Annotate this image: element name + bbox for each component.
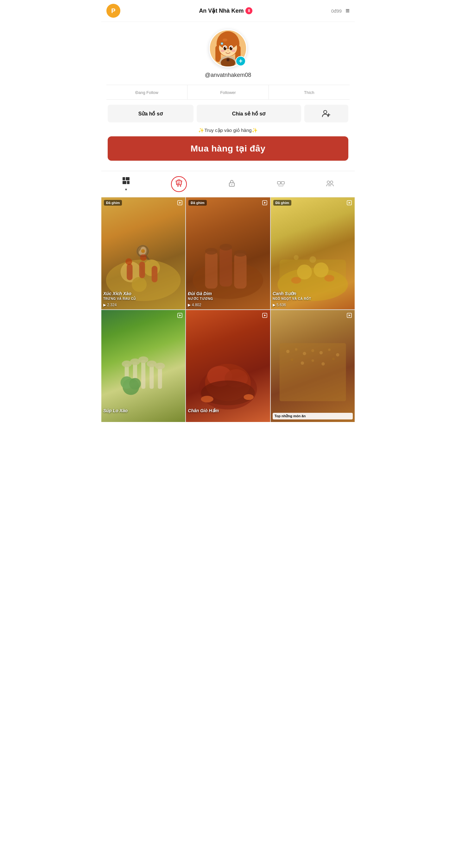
svg-rect-75 [149,364,153,389]
svg-rect-34 [277,182,281,184]
thumb-icon-4 [177,313,183,320]
svg-point-6 [223,39,227,41]
video-views-1: ▶ 2.324 [103,303,117,307]
username: @anvatnhakem08 [205,72,251,79]
svg-point-106 [311,359,314,362]
coins-display: 0đ99 [331,8,342,13]
likes-stat[interactable]: Thích [269,85,350,99]
thumb-icon-5 [262,313,267,320]
follow-button[interactable]: + [236,56,246,66]
promo-text: ✨Truy cập vào giỏ hàng✨ [108,127,348,133]
svg-point-92 [201,396,213,402]
menu-icon[interactable]: ≡ [345,7,350,15]
video-thumb-4[interactable]: Súp Lo Xào [101,310,185,422]
svg-point-97 [286,350,289,353]
tab-grid[interactable]: ▾ [117,175,135,194]
svg-point-15 [220,50,225,52]
header-actions: 0đ99 ≡ [331,7,350,15]
svg-point-8 [221,43,223,44]
shop-promo: ✨Truy cập vào giỏ hàng✨ Mua hàng tại đây [106,127,350,161]
video-thumb-6[interactable]: Top những món ăn [271,310,355,422]
shop-cta-button[interactable]: Mua hàng tại đây [108,136,348,161]
video-thumb-1[interactable]: 🍳 Đã ghim Xúc Xích Xào Trứng và Rau Củ ▶… [101,197,185,309]
svg-marker-61 [264,202,266,204]
svg-marker-71 [349,202,350,204]
svg-point-93 [244,394,254,400]
svg-marker-110 [349,314,350,316]
svg-point-84 [129,378,141,390]
tab-lock[interactable] [223,178,241,191]
svg-rect-76 [158,366,162,389]
svg-point-16 [231,50,235,52]
svg-point-50 [140,254,147,261]
svg-point-11 [224,46,227,50]
svg-rect-46 [127,264,132,280]
top-badge-6: Top những món ăn [273,413,353,420]
svg-point-68 [309,256,316,263]
svg-point-58 [220,244,232,251]
tab-bar: ▾ [101,171,355,197]
svg-rect-48 [152,266,158,282]
svg-point-5 [219,34,238,49]
svg-point-107 [321,362,324,365]
svg-point-23 [324,111,327,114]
thumb-icon-3 [346,200,352,207]
video-thumb-2[interactable]: Đã ghim Đùi Gà Dim Nước Tương ▶ 4.802 [186,197,270,309]
top-badge-text-6: Top những món ăn [275,414,351,418]
video-views-3: ▶ 5.636 [273,303,286,307]
followers-stat[interactable]: Follower [188,85,268,99]
thumb-icon-1 [177,200,183,207]
app-header: P An Vặt Nhà Kem 8 0đ99 ≡ [101,0,355,22]
svg-point-59 [234,250,247,256]
svg-point-13 [225,47,226,48]
svg-rect-29 [127,181,130,184]
tab-shop[interactable] [166,174,192,194]
svg-point-31 [180,185,181,187]
svg-point-30 [177,185,179,187]
svg-point-57 [205,248,218,255]
share-profile-button[interactable]: Chia sẻ hồ sơ [197,105,301,122]
stats-row: Đang Follow Follower Thích [106,85,350,100]
notification-badge: 8 [246,7,252,14]
video-views-2: ▶ 4.802 [188,303,201,307]
avatar-wrapper: + [209,29,247,67]
logo-icon[interactable]: P [106,4,120,18]
likes-label: Thích [304,90,314,95]
svg-point-98 [295,348,297,350]
following-stat[interactable]: Đang Follow [106,85,188,99]
svg-point-12 [230,46,233,50]
tab-collab[interactable] [321,177,339,191]
header-title: An Vặt Nhà Kem 8 [199,7,252,14]
followers-label: Follower [220,90,236,95]
video-title-sub-2: Nước Tương [188,297,268,301]
profile-section: + @anvatnhakem08 Đang Follow Follower Th… [101,22,355,171]
video-thumb-5[interactable]: Chân Giò Hầm [186,310,270,422]
grid-icon [122,177,130,187]
svg-point-41 [330,181,333,183]
video-title-sub-1: Trứng và Rau Củ [103,297,183,301]
edit-profile-button[interactable]: Sửa hồ sơ [108,105,194,122]
svg-point-33 [231,184,232,185]
svg-point-103 [336,353,339,356]
svg-point-102 [328,349,331,351]
svg-rect-26 [122,177,125,180]
action-buttons: Sửa hồ sơ Chia sẻ hồ sơ [106,105,350,122]
video-title-2: Đùi Gà Dim Nước Tương [188,291,268,301]
svg-rect-54 [205,251,218,288]
svg-rect-28 [122,181,126,184]
svg-marker-86 [179,314,181,316]
svg-point-40 [327,181,330,183]
svg-rect-35 [281,182,284,184]
svg-point-101 [319,351,322,354]
video-title-sub-3: Ngô Ngọt và Cà Rốt [273,297,353,301]
svg-rect-47 [139,261,145,278]
svg-point-14 [231,47,232,48]
tab-link[interactable] [272,177,290,191]
add-friend-button[interactable] [304,105,348,122]
svg-point-108 [332,358,335,360]
svg-rect-27 [126,177,130,180]
pin-badge-2: Đã ghim [189,200,206,206]
svg-rect-67 [280,260,346,293]
video-thumb-3[interactable]: Đã ghim Canh Sườn Ngô Ngọt và Cà Rốt ▶ 5… [271,197,355,309]
svg-point-45 [132,277,147,292]
